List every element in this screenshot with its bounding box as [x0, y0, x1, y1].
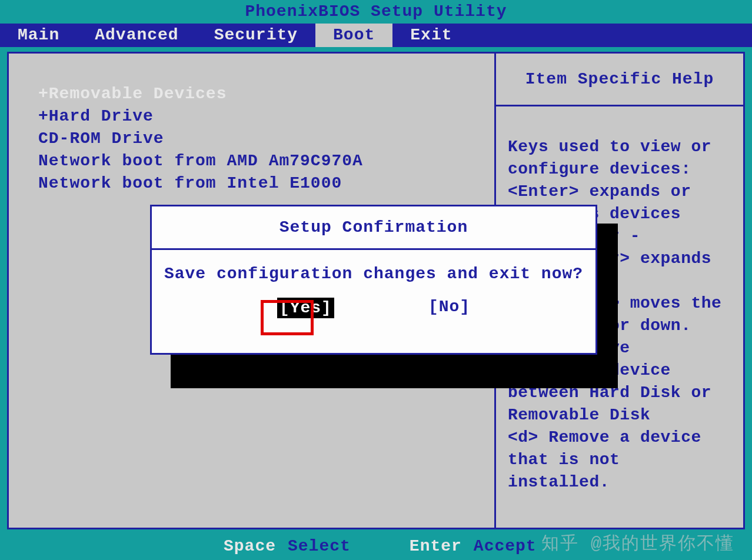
boot-item-removable[interactable]: +Removable Devices	[26, 83, 477, 105]
confirmation-dialog: Setup Confirmation Save configuration ch…	[150, 205, 597, 355]
footer-label-select: Select	[288, 537, 351, 555]
menu-exit[interactable]: Exit	[392, 24, 470, 47]
footer-key-enter: Enter	[410, 537, 462, 555]
menu-boot[interactable]: Boot	[315, 24, 392, 47]
dialog-buttons: [Yes] [No]	[164, 298, 584, 318]
footer-label-accept: Accept	[474, 537, 537, 555]
dialog-body: Save configuration changes and exit now?…	[152, 250, 595, 330]
yes-button[interactable]: [Yes]	[277, 298, 334, 318]
help-title: Item Specific Help	[496, 54, 743, 106]
no-button[interactable]: [No]	[428, 298, 470, 318]
footer-key-space: Space	[224, 537, 276, 555]
menu-main[interactable]: Main	[0, 24, 77, 47]
boot-item-network-intel[interactable]: Network boot from Intel E1000	[26, 172, 477, 195]
menu-bar: Main Advanced Security Boot Exit	[0, 24, 752, 47]
boot-item-hard-drive[interactable]: +Hard Drive	[26, 105, 477, 128]
dialog-message: Save configuration changes and exit now?	[164, 265, 584, 283]
dialog-title: Setup Confirmation	[152, 206, 595, 250]
menu-security[interactable]: Security	[197, 24, 315, 47]
boot-item-cdrom[interactable]: CD-ROM Drive	[26, 128, 477, 150]
boot-item-network-amd[interactable]: Network boot from AMD Am79C970A	[26, 150, 477, 172]
menu-advanced[interactable]: Advanced	[77, 24, 196, 47]
watermark: 知乎 @我的世界你不懂	[541, 531, 734, 555]
bios-title: PhoenixBIOS Setup Utility	[0, 0, 752, 24]
